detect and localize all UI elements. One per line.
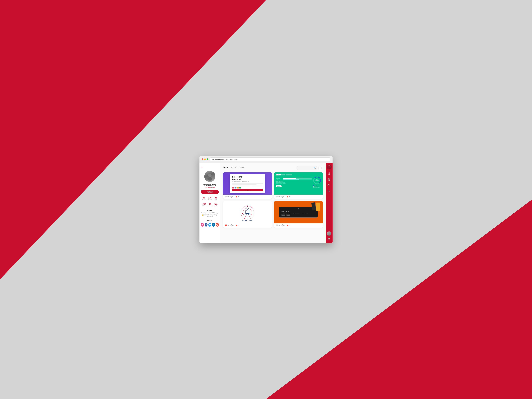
social-google[interactable] [216, 223, 219, 227]
post-card-iphone[interactable]:  iPhone XS A Smartphone that effortless… [274, 201, 323, 228]
likes-group-1: 🤍 58 [225, 196, 229, 198]
heart-icon-3[interactable]: ❤️ [225, 224, 227, 227]
following-label: Following [207, 199, 213, 200]
svg-point-5 [247, 209, 248, 211]
svg-point-7 [253, 210, 254, 211]
posts-label: Posts [213, 199, 219, 200]
grid-icon [320, 167, 322, 169]
bookmarks-count-2: 9 [289, 196, 290, 197]
heart-icon-2[interactable]: 🤍 [276, 196, 278, 198]
likes-count-2: 58 [279, 196, 280, 197]
bookmarks-group-4: 🔖 9 [286, 224, 290, 227]
checkout-fields [232, 183, 263, 186]
bookmark-icon-2[interactable]: 🔖 [286, 196, 289, 198]
svg-point-2 [213, 224, 213, 224]
nav-home[interactable] [326, 171, 332, 176]
social-dribbble[interactable] [201, 223, 204, 227]
iphone-learn-btn[interactable]: Learn More [286, 215, 290, 216]
checkout-title: Proceed toCheckout [232, 176, 263, 180]
tabs-bar: Posts Photos Videos 🔍 [223, 166, 323, 170]
bookmarks-group-3: 🔖 9 [235, 224, 239, 227]
about-section: About Passionate about UI Design 🤘 | Bra… [201, 209, 219, 218]
loan-right: EMI₹73,180 Principal Interest Payable To… [313, 177, 321, 188]
nav-notifications[interactable] [326, 182, 332, 188]
loan-tab-home: Home Loan [276, 174, 281, 176]
bookmarks-label: Bookmarks [207, 205, 213, 207]
url-bar[interactable] [210, 158, 330, 161]
likes-label: Likes [201, 205, 207, 207]
bookmarks-value: 56 [207, 203, 213, 205]
comments-group-2: 💬 3 [282, 196, 285, 198]
nav-avatar[interactable] [327, 231, 331, 236]
post-card-rocket[interactable]: AEROLITE ❤️ 58 💬 3 🔖 [223, 201, 272, 228]
post-card-checkout[interactable]: Proceed toCheckout A simplified and shor… [223, 172, 272, 199]
bookmarks-count-4: 9 [289, 225, 290, 226]
post-actions-2: 🤍 58 💬 3 🔖 9 [274, 195, 323, 199]
stat-media: 168 Media [213, 203, 219, 207]
avatar [204, 171, 215, 182]
svg-point-0 [208, 174, 211, 177]
heart-icon-4[interactable]: 🤍 [276, 224, 278, 227]
media-value: 168 [213, 203, 219, 205]
likes-count-1: 58 [228, 196, 229, 197]
followers-label: Followers [201, 199, 207, 200]
nav-explore[interactable] [326, 177, 332, 182]
iphone-subtitle: A Smartphone that effortlessly brings to… [281, 213, 316, 214]
main-content: Posts Photos Videos 🔍 [220, 163, 326, 243]
dot-red[interactable] [202, 158, 203, 160]
loan-tab-personal: Personal Loan [286, 174, 292, 176]
iphone-title: iPhone XS [281, 210, 316, 212]
svg-point-12 [328, 178, 330, 180]
social-linkedin[interactable] [212, 223, 215, 227]
dot-green[interactable] [207, 158, 208, 160]
social-facebook[interactable] [205, 223, 208, 227]
social-title: Social [201, 220, 219, 222]
post-card-loan[interactable]: Home Loan Car Loan Personal Loan Loan Am… [274, 172, 323, 199]
grid-toggle-button[interactable] [318, 166, 323, 170]
browser-window: ← Unmesh Gite @unmesh_gite Follow 98 Fol… [199, 156, 333, 243]
likes-group-4: 🤍 58 [276, 224, 280, 227]
nav-settings[interactable] [326, 236, 332, 242]
back-button[interactable]: ← [201, 166, 203, 169]
svg-point-8 [242, 213, 243, 214]
followers-value: 98 [201, 197, 207, 199]
comment-icon-1[interactable]: 💬 [230, 196, 233, 198]
aerolite-logo-svg: AEROLITE [238, 203, 256, 221]
tab-videos[interactable]: Videos [239, 166, 247, 170]
nav-bookmarks[interactable] [326, 188, 332, 194]
likes-group-2: 🤍 58 [276, 196, 280, 198]
social-twitter[interactable] [208, 223, 211, 227]
dot-yellow[interactable] [204, 158, 206, 160]
thumbnail-iphone:  iPhone XS A Smartphone that effortless… [274, 201, 323, 223]
stat-bookmarks: 56 Bookmarks [207, 203, 213, 207]
bookmarks-count-3: 9 [238, 225, 239, 226]
tab-posts[interactable]: Posts [223, 166, 230, 170]
comment-icon-2[interactable]: 💬 [282, 196, 284, 198]
comment-icon-3[interactable]: 💬 [230, 224, 233, 227]
media-label: Media [213, 205, 219, 207]
comments-group-4: 💬 3 [282, 224, 285, 227]
stats-row-1: 98 Followers 178 Following 32 Posts [201, 196, 219, 201]
nav-logo [327, 164, 332, 169]
svg-point-11 [329, 166, 329, 167]
svg-marker-13 [329, 179, 329, 180]
follow-button[interactable]: Follow [201, 190, 219, 194]
stat-following: 178 Following [207, 196, 213, 201]
browser-titlebar [199, 156, 333, 163]
stat-likes: 1200 Likes [201, 203, 207, 207]
stats-row-2: 1200 Likes 56 Bookmarks 168 Media [201, 203, 219, 207]
post-actions-3: ❤️ 58 💬 3 🔖 9 [223, 223, 272, 228]
apple-logo:  [281, 208, 316, 210]
tab-photos[interactable]: Photos [230, 166, 239, 170]
heart-icon-1[interactable]: 🤍 [225, 196, 227, 198]
bookmark-icon-1[interactable]: 🔖 [235, 196, 238, 198]
about-text: Passionate about UI Design 🤘 | Brand Ide… [201, 212, 219, 218]
comments-count-3: 3 [233, 225, 234, 226]
bookmark-icon-4[interactable]: 🔖 [286, 224, 289, 227]
following-value: 178 [207, 197, 213, 199]
comment-icon-4[interactable]: 💬 [282, 224, 284, 227]
bookmark-icon-3[interactable]: 🔖 [235, 224, 238, 227]
left-sidebar: ← Unmesh Gite @unmesh_gite Follow 98 Fol… [199, 163, 220, 243]
iphone-order-btn[interactable]: Order Now [281, 215, 285, 216]
checkout-mock: Proceed toCheckout A simplified and shor… [230, 174, 265, 193]
